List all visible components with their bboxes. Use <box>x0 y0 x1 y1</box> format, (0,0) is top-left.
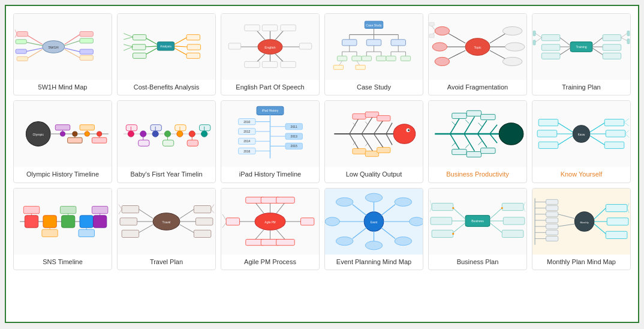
svg-rect-83 <box>401 56 410 61</box>
svg-rect-356 <box>546 224 558 229</box>
svg-rect-348 <box>546 199 558 204</box>
thumb-training-plan: Training <box>532 14 630 80</box>
thumb-case-study: Case Study <box>325 14 423 80</box>
label-monthly-plan: Monthly Plan Mind Map <box>532 255 630 270</box>
thumb-english-speech: English <box>221 14 319 80</box>
svg-line-313 <box>381 228 395 238</box>
card-event-planning[interactable]: Event <box>324 188 423 270</box>
card-business-prod[interactable]: Business Productivity <box>428 100 527 183</box>
svg-rect-23 <box>133 35 146 40</box>
card-baby-year[interactable]: Baby's Fisrt Year Timelin <box>117 100 216 183</box>
card-monthly-plan[interactable]: Monthly <box>532 188 631 270</box>
svg-line-122 <box>560 48 570 55</box>
card-case-study[interactable]: Case Study <box>324 13 423 95</box>
label-business-prod: Business Productivity <box>429 167 526 182</box>
svg-line-297 <box>276 229 285 240</box>
svg-point-343 <box>501 207 503 209</box>
svg-text:Agile PM: Agile PM <box>264 221 276 224</box>
svg-rect-231 <box>467 152 481 157</box>
label-travel-plan: Travel Plan <box>118 255 215 270</box>
svg-rect-49 <box>262 61 277 67</box>
svg-text:2013: 2013 <box>291 134 297 138</box>
svg-line-193 <box>350 119 359 134</box>
svg-line-19 <box>15 34 17 38</box>
card-low-quality[interactable]: Low Quality Output <box>324 100 423 183</box>
svg-rect-7 <box>16 49 26 53</box>
svg-point-147 <box>140 131 146 137</box>
svg-rect-151 <box>151 125 161 131</box>
svg-point-144 <box>128 131 134 137</box>
svg-text:2015: 2015 <box>291 145 297 148</box>
card-travel-plan[interactable]: Travel <box>117 188 216 270</box>
svg-rect-127 <box>533 40 535 45</box>
svg-line-100 <box>490 50 505 59</box>
svg-line-304 <box>222 223 226 228</box>
svg-rect-64 <box>366 40 381 46</box>
svg-line-35 <box>124 37 133 40</box>
card-sns-timeline[interactable]: SNS Timeline <box>13 188 112 270</box>
svg-rect-246 <box>538 119 558 126</box>
svg-text:Topic: Topic <box>474 46 482 49</box>
svg-line-273 <box>180 225 194 232</box>
svg-line-196 <box>386 123 392 134</box>
svg-line-287 <box>255 202 264 213</box>
svg-line-242 <box>624 122 629 126</box>
svg-line-277 <box>139 209 153 218</box>
svg-rect-270 <box>194 205 211 213</box>
card-avoid-frag[interactable]: Topic <box>428 13 527 95</box>
label-olympic: Olympic History Timeline <box>14 167 112 182</box>
svg-line-339 <box>430 200 432 207</box>
svg-line-333 <box>453 208 465 219</box>
svg-point-341 <box>452 207 454 209</box>
svg-point-131 <box>60 131 65 136</box>
svg-rect-77 <box>377 56 386 61</box>
svg-rect-148 <box>139 140 149 146</box>
svg-rect-358 <box>546 230 558 235</box>
svg-rect-5 <box>16 40 26 44</box>
label-ipad-history: iPad History Timeline <box>221 167 319 182</box>
svg-text:Training: Training <box>576 45 586 49</box>
svg-rect-330 <box>502 230 523 237</box>
label-case-study: Case Study <box>325 80 423 95</box>
svg-line-114 <box>621 34 627 38</box>
svg-rect-338 <box>432 230 453 237</box>
card-ipad-history[interactable]: iPad History 2010 2012 2014 2016 <box>221 100 320 183</box>
card-cost-benefits[interactable]: Analysis <box>117 13 216 95</box>
svg-line-18 <box>15 29 17 34</box>
svg-rect-139 <box>68 137 82 143</box>
svg-rect-85 <box>333 65 343 70</box>
card-english-speech[interactable]: English <box>221 13 320 95</box>
card-5w1h[interactable]: 5W1H <box>13 13 112 95</box>
svg-rect-254 <box>61 215 74 227</box>
svg-rect-41 <box>245 25 260 31</box>
svg-rect-109 <box>603 35 621 41</box>
svg-rect-336 <box>431 217 452 224</box>
svg-text:Olympic: Olympic <box>33 133 44 136</box>
svg-rect-203 <box>377 116 390 121</box>
svg-line-317 <box>353 228 366 238</box>
svg-rect-274 <box>194 230 211 237</box>
svg-point-314 <box>395 237 412 245</box>
card-olympic[interactable]: Olympic <box>13 100 112 183</box>
svg-rect-119 <box>541 35 560 41</box>
svg-rect-125 <box>533 31 535 36</box>
card-agile-pm[interactable]: Agile PM <box>221 188 320 270</box>
svg-line-96 <box>490 34 505 43</box>
svg-line-321 <box>353 204 366 215</box>
svg-line-244 <box>625 134 629 137</box>
card-training-plan[interactable]: Training <box>532 13 631 95</box>
svg-rect-328 <box>503 217 525 224</box>
svg-rect-82 <box>386 56 396 61</box>
label-event-planning: Event Planning Mind Map <box>325 255 423 270</box>
svg-rect-76 <box>362 56 371 61</box>
svg-rect-135 <box>55 125 70 130</box>
svg-rect-280 <box>120 217 137 225</box>
svg-rect-70 <box>337 56 347 61</box>
svg-point-310 <box>395 198 412 206</box>
svg-line-210 <box>365 143 368 146</box>
card-business-plan[interactable]: Business <box>428 188 527 270</box>
card-know-yourself[interactable]: Know <box>532 100 631 183</box>
svg-line-28 <box>174 38 186 44</box>
thumb-agile-pm: Agile PM <box>221 189 319 255</box>
svg-point-93 <box>432 43 447 51</box>
